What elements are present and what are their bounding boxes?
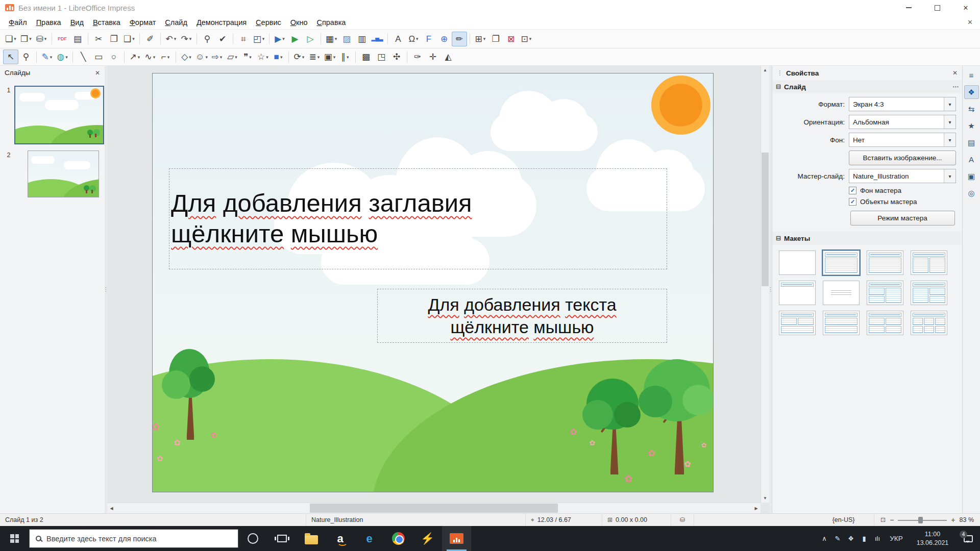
chevron-down-icon[interactable]: ▾ xyxy=(29,36,32,41)
amazon-button[interactable]: a xyxy=(326,526,355,551)
chevron-down-icon[interactable]: ▾ xyxy=(266,55,268,60)
insert-line-button[interactable]: ╲ xyxy=(76,49,91,64)
file-explorer-button[interactable] xyxy=(297,526,326,551)
menu-help[interactable]: Справка xyxy=(312,17,350,28)
lightning-app-button[interactable]: ⚡ xyxy=(413,526,442,551)
distribution-button[interactable]: ∥▾ xyxy=(337,49,353,64)
horizontal-scrollbar[interactable]: ◀ ▶ xyxy=(107,503,761,513)
properties-close-icon[interactable]: ✕ xyxy=(952,69,958,77)
ellipse-button[interactable]: ○ xyxy=(106,49,121,64)
shield-icon[interactable]: ❖ xyxy=(844,526,857,551)
chevron-down-icon[interactable]: ▾ xyxy=(132,36,135,41)
toggle-extrusion-button[interactable]: ◭ xyxy=(440,49,456,64)
slides-panel-close-icon[interactable]: ✕ xyxy=(95,69,100,77)
print-button[interactable]: ▤ xyxy=(70,32,85,46)
maximize-button[interactable] xyxy=(923,0,951,15)
arrange-button[interactable]: ▣▾ xyxy=(322,49,337,64)
sidebar-menu-tab[interactable]: ≡ xyxy=(964,68,979,82)
taskbar-search-input[interactable]: Введите здесь текст для поиска xyxy=(29,529,238,548)
chevron-down-icon[interactable]: ▾ xyxy=(153,55,156,60)
cut-button[interactable]: ✂ xyxy=(91,32,106,46)
close-button[interactable]: ✕ xyxy=(951,0,980,15)
filter-button[interactable]: ✣ xyxy=(389,49,404,64)
start-button[interactable] xyxy=(0,526,29,551)
styles-tab[interactable]: A xyxy=(964,153,979,166)
action-center-button[interactable]: 4 xyxy=(957,535,980,542)
pen-icon[interactable]: ✎ xyxy=(831,526,844,551)
insert-image-button[interactable]: ▨ xyxy=(339,32,354,46)
menu-view[interactable]: Вид xyxy=(66,17,88,28)
slide-transition-tab[interactable]: ⇆ xyxy=(964,102,979,116)
layout-title-two-content[interactable] xyxy=(911,251,947,275)
language-indicator[interactable]: {en-US} xyxy=(813,514,874,526)
fill-color-button[interactable]: ◍▾ xyxy=(55,49,70,64)
insert-table-button[interactable]: ▦▾ xyxy=(324,32,339,46)
chevron-down-icon[interactable]: ▾ xyxy=(302,55,305,60)
navigator-tab[interactable]: ◎ xyxy=(964,186,979,200)
layout-title-2content-content[interactable] xyxy=(867,281,903,305)
fit-slide-icon[interactable]: ⊡ xyxy=(880,516,886,523)
chevron-down-icon[interactable]: ▾ xyxy=(280,55,283,60)
insert-special-char-button[interactable]: Ω▾ xyxy=(406,32,421,46)
orientation-select[interactable]: Альбомная ▾ xyxy=(849,115,956,129)
close-document-icon[interactable]: ✕ xyxy=(967,18,973,26)
edge-button[interactable]: e xyxy=(355,526,384,551)
chevron-down-icon[interactable]: ▾ xyxy=(317,55,320,60)
connector-button[interactable]: ⌐▾ xyxy=(158,49,173,64)
chevron-down-icon[interactable]: ▾ xyxy=(189,36,192,41)
insert-fontwork-button[interactable]: F xyxy=(421,32,436,46)
zoom-slider-thumb[interactable] xyxy=(918,517,923,523)
chevron-down-icon[interactable]: ▾ xyxy=(174,36,177,41)
properties-tab[interactable]: ❖ xyxy=(964,85,979,99)
insert-image-button[interactable]: Вставить изображение... xyxy=(849,151,956,165)
glue-points-button[interactable]: ✛ xyxy=(425,49,440,64)
menu-edit[interactable]: Правка xyxy=(32,17,66,28)
chevron-down-icon[interactable]: ▾ xyxy=(347,55,349,60)
layout-centered-text[interactable] xyxy=(823,281,860,305)
chevron-down-icon[interactable]: ▾ xyxy=(944,97,955,111)
rectangle-button[interactable]: ▭ xyxy=(91,49,106,64)
document-modified-indicator[interactable]: ⛁ xyxy=(671,514,694,526)
new-slide-button[interactable]: ⊞▾ xyxy=(473,32,488,46)
menu-slide[interactable]: Слайд xyxy=(160,17,192,28)
network-icon[interactable]: ılı xyxy=(871,526,884,551)
rotate-button[interactable]: ⟳▾ xyxy=(291,49,307,64)
chevron-down-icon[interactable]: ▾ xyxy=(65,55,68,60)
vertical-scrollbar-thumb[interactable] xyxy=(762,153,769,286)
slide-1-thumbnail[interactable] xyxy=(14,86,104,144)
find-replace-button[interactable]: ⚲ xyxy=(200,32,215,46)
master-objects-checkbox[interactable]: ✓ xyxy=(849,198,856,206)
hidden-icons-icon[interactable]: ∧ xyxy=(818,526,831,551)
language-switcher[interactable]: УКР xyxy=(884,535,909,542)
curve-button[interactable]: ∿▾ xyxy=(142,49,158,64)
display-grid-button[interactable]: ⌗ xyxy=(236,32,251,46)
zoom-button[interactable]: ⚲ xyxy=(18,49,34,64)
insert-media-button[interactable]: ▥ xyxy=(354,32,370,46)
chevron-down-icon[interactable]: ▾ xyxy=(14,36,16,41)
chevron-down-icon[interactable]: ▾ xyxy=(333,55,336,60)
chevron-down-icon[interactable]: ▾ xyxy=(416,36,419,41)
zoom-out-button[interactable]: − xyxy=(890,516,894,524)
shadow-button[interactable]: ▩ xyxy=(358,49,374,64)
vertical-scrollbar[interactable]: ▲ ▼ xyxy=(761,66,769,503)
undo-button[interactable]: ↶▾ xyxy=(163,32,179,46)
chevron-down-icon[interactable]: ▾ xyxy=(483,36,486,41)
chevron-down-icon[interactable]: ▾ xyxy=(44,36,47,41)
layout-title-4content[interactable] xyxy=(867,311,903,335)
background-select[interactable]: Нет ▾ xyxy=(849,133,956,147)
cortana-button[interactable] xyxy=(238,526,267,551)
chevron-down-icon[interactable]: ▾ xyxy=(50,55,53,60)
export-pdf-button[interactable]: PDF xyxy=(55,32,70,46)
menu-file[interactable]: Файл xyxy=(4,17,32,28)
insert-hyperlink-button[interactable]: ⊕ xyxy=(436,32,452,46)
display-views-button[interactable]: ◰▾ xyxy=(251,32,266,46)
gallery-tab[interactable]: ▣ xyxy=(964,169,979,183)
flowchart-button[interactable]: ▱▾ xyxy=(225,49,240,64)
scroll-down-icon[interactable]: ▼ xyxy=(761,494,769,503)
taskbar-clock[interactable]: 11:00 13.06.2021 xyxy=(909,530,957,547)
symbol-shapes-button[interactable]: ☺▾ xyxy=(194,49,209,64)
master-background-checkbox[interactable]: ✓ xyxy=(849,187,856,194)
layout-blank[interactable] xyxy=(779,251,816,275)
layout-title-content[interactable] xyxy=(823,251,860,275)
delete-slide-button[interactable]: ⊠ xyxy=(503,32,519,46)
